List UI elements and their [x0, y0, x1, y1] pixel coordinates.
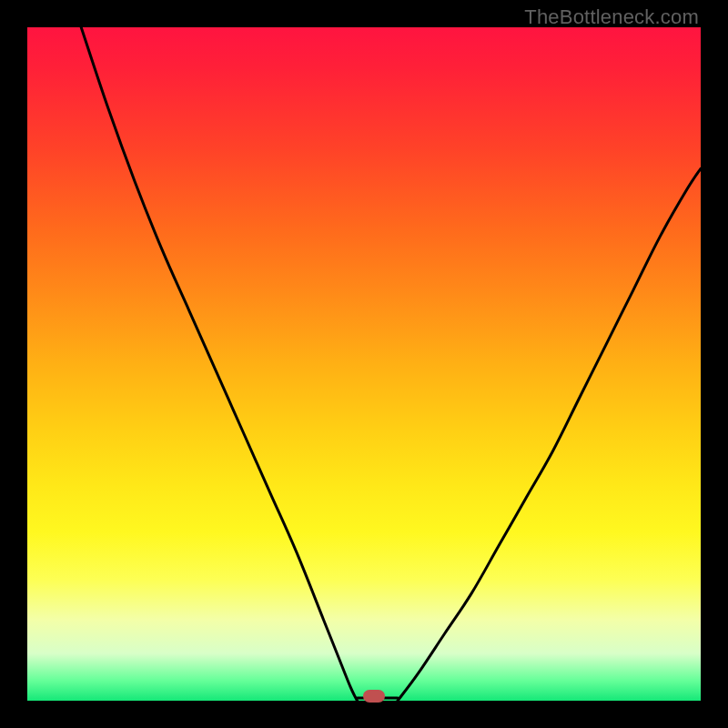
chart-frame: TheBottleneck.com — [0, 0, 728, 728]
result-marker — [363, 690, 385, 703]
plot-area — [27, 27, 701, 701]
watermark-text: TheBottleneck.com — [524, 5, 699, 29]
curve-right-branch — [398, 168, 701, 701]
curve-left-branch — [81, 27, 357, 701]
curve-svg — [27, 27, 701, 701]
